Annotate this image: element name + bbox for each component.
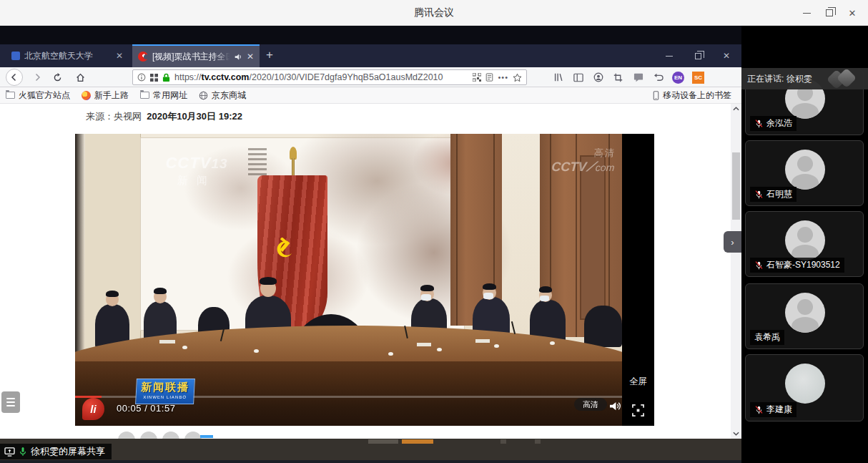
- beihang-favicon: [11, 52, 20, 60]
- forward-button[interactable]: [29, 69, 46, 86]
- scrollbar-thumb[interactable]: [732, 152, 740, 220]
- screenshot-icon[interactable]: [612, 72, 624, 84]
- bookmark-getting-started[interactable]: 新手上路: [82, 89, 129, 102]
- participant-name: 李建康: [766, 404, 792, 416]
- tab-cctv-video[interactable]: [视频]栗战书主持全国人大 ✕: [132, 44, 260, 67]
- scroll-up-arrow[interactable]: [731, 104, 741, 114]
- bookmark-label: 移动设备上的书签: [663, 89, 731, 102]
- reload-button[interactable]: [49, 69, 66, 86]
- volume-icon[interactable]: [609, 401, 621, 411]
- chairman-hair: [260, 277, 277, 285]
- comment-icon[interactable]: [632, 72, 644, 84]
- participant-tile[interactable]: 石智豪-SY1903512: [745, 211, 864, 277]
- page-scrollbar[interactable]: [731, 104, 741, 439]
- extension-icon[interactable]: [150, 74, 158, 82]
- cctvcom-watermark: 高清 CCTV⟋com: [551, 147, 616, 175]
- new-tab-button[interactable]: +: [266, 48, 273, 62]
- translate-extension-icon[interactable]: EN: [672, 72, 684, 84]
- qr-scan-icon[interactable]: [473, 73, 481, 82]
- video-player[interactable]: CCTV13 新闻 高清 CCTV⟋com li 00:05 / 01:57: [75, 134, 654, 426]
- tab-title: [视频]栗战书主持全国人大: [152, 51, 230, 63]
- restore-icon: [826, 9, 833, 16]
- meeting-titlebar: 腾讯会议 ✕: [0, 0, 868, 26]
- avatar: [785, 364, 825, 404]
- folder-icon: [6, 92, 15, 99]
- now-speaking-label: 正在讲话: 徐积雯: [747, 73, 812, 85]
- url-text: https://tv.cctv.com/2020/10/30/VIDE7dgfa…: [174, 72, 468, 82]
- participant-tile[interactable]: 石明慧: [745, 140, 864, 206]
- account-icon[interactable]: [592, 72, 604, 84]
- tab-audio-icon[interactable]: [235, 53, 242, 61]
- minimize-button[interactable]: [795, 0, 818, 26]
- page-reaction-circle: [140, 432, 157, 439]
- papers: [417, 343, 431, 346]
- taskbar-segment: [500, 439, 506, 444]
- person-hair: [420, 285, 434, 291]
- bookmark-label: 常用网址: [153, 89, 187, 102]
- restore-icon: [695, 53, 701, 59]
- panel-expand-tab[interactable]: ›: [724, 231, 741, 253]
- sc-extension-icon[interactable]: SC: [692, 72, 704, 84]
- minimize-icon: [666, 56, 673, 57]
- page-reaction-circle: [184, 432, 202, 439]
- face-mask: [540, 296, 549, 301]
- participant-name-tag: 石明慧: [750, 187, 797, 202]
- minimize-icon: [803, 13, 811, 14]
- restore-button[interactable]: [818, 0, 841, 26]
- home-button[interactable]: [71, 69, 89, 86]
- fullscreen-label[interactable]: 全屏: [622, 376, 654, 388]
- tab-beihang[interactable]: 北京航空航天大学 ✕: [6, 44, 129, 67]
- shared-desktop-top: [0, 26, 741, 44]
- video-scene: CCTV13 新闻 高清 CCTV⟋com li 00:05 / 01:57: [75, 134, 622, 426]
- page-reaction-circle: [162, 432, 179, 439]
- undo-icon[interactable]: [652, 72, 664, 84]
- page-info-icon[interactable]: [137, 73, 146, 82]
- xinwen-lianbo-logo: 新闻联播 XINWEN LIANBO: [135, 379, 195, 404]
- window-bottom-strip: [0, 460, 741, 463]
- browser-navbar: https://tv.cctv.com/2020/10/30/VIDE7dgfa…: [0, 67, 741, 87]
- participant-name-tag: 袁希禹: [750, 330, 784, 345]
- sidebar-toggle-icon[interactable]: [572, 72, 584, 84]
- mic-on-icon: [19, 447, 27, 457]
- reader-mode-icon[interactable]: [485, 73, 493, 82]
- library-icon[interactable]: [552, 72, 564, 84]
- floating-panel-toggle[interactable]: [1, 391, 20, 413]
- back-button[interactable]: [6, 69, 23, 86]
- teacup: [437, 348, 442, 351]
- bookmark-jd-mall[interactable]: 京东商城: [199, 89, 246, 102]
- lock-icon: [162, 73, 170, 82]
- tab-close-icon[interactable]: ✕: [247, 52, 254, 62]
- bookmark-folder-common-sites[interactable]: 常用网址: [140, 89, 187, 102]
- browser-minimize-button[interactable]: [663, 56, 676, 57]
- url-bar[interactable]: https://tv.cctv.com/2020/10/30/VIDE7dgfa…: [132, 69, 527, 85]
- face-mask: [421, 294, 431, 301]
- browser-close-button[interactable]: ✕: [720, 51, 733, 61]
- close-button[interactable]: ✕: [841, 0, 864, 26]
- person-hair: [106, 291, 119, 297]
- participant-tile[interactable]: 袁希禹: [745, 283, 864, 349]
- bookmark-folder-firefox-official[interactable]: 火狐官方站点: [6, 89, 70, 102]
- tab-title: 北京航空航天大学: [24, 50, 112, 62]
- playback-time: 00:05 / 01:57: [117, 403, 175, 414]
- page-actions-icon[interactable]: •••: [498, 73, 508, 82]
- participant-tile[interactable]: 李建康: [745, 354, 864, 421]
- player-side-band: 全屏: [622, 134, 654, 426]
- teacup: [254, 349, 259, 353]
- bookmark-mobile-bookmarks[interactable]: 移动设备上的书签: [653, 89, 731, 102]
- browser-restore-button[interactable]: [691, 53, 704, 59]
- page-blue-element: [200, 435, 213, 438]
- teacup: [494, 344, 499, 348]
- teacup: [550, 341, 555, 345]
- participant-name: 袁希禹: [754, 331, 780, 343]
- fullscreen-icon[interactable]: [632, 404, 644, 416]
- tab-close-icon[interactable]: ✕: [116, 51, 123, 61]
- scroll-down-arrow[interactable]: [731, 429, 741, 439]
- screen-share-view: 北京航空航天大学 ✕ [视频]栗战书主持全国人大 ✕ + ✕: [0, 26, 741, 463]
- participant-name: 石智豪-SY1903512: [766, 259, 840, 271]
- participant-name: 石明慧: [766, 188, 792, 200]
- firefox-icon: [82, 91, 91, 100]
- folder-icon: [140, 92, 149, 99]
- avatar: [785, 220, 825, 260]
- bookmark-star-icon[interactable]: [513, 73, 522, 82]
- quality-button[interactable]: 高清: [574, 398, 607, 411]
